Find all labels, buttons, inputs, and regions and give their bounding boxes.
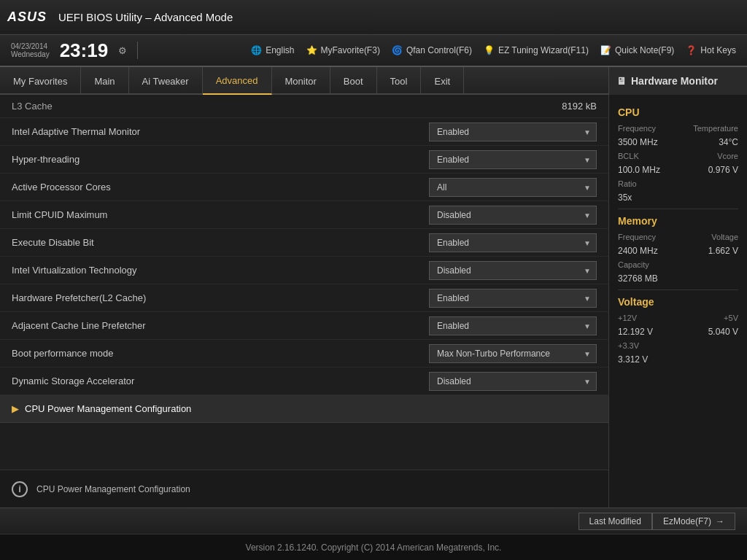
cpu-power-management-submenu[interactable]: ▶ CPU Power Management Configuration (0, 395, 608, 423)
day: Wednesday (11, 50, 50, 58)
memory-capacity-label: Capacity (618, 260, 649, 269)
cpu-bclk-value-row: 100.0 MHz 0.976 V (618, 165, 738, 175)
asus-logo: ASUS (7, 9, 47, 25)
active-cores-select[interactable]: All1234 (429, 178, 597, 197)
info-icon: i (12, 481, 28, 497)
tab-monitor[interactable]: Monitor (272, 67, 330, 95)
ez-tuning-button[interactable]: 💡 EZ Tuning Wizard(F11) (484, 45, 589, 55)
clock-bar: 04/23/2014 Wednesday 23:19 ⚙ 🌐 English ⭐… (0, 35, 747, 67)
hw-prefetcher-select[interactable]: EnabledDisabled (429, 289, 597, 308)
bios-header: ASUS UEFI BIOS Utility – Advanced Mode (0, 0, 747, 35)
qfan-button[interactable]: 🌀 Qfan Control(F6) (392, 45, 472, 55)
bios-title: UEFI BIOS Utility – Advanced Mode (58, 11, 233, 23)
virtualization-select[interactable]: DisabledEnabled (429, 261, 597, 280)
execute-disable-label: Execute Disable Bit (12, 237, 429, 248)
hardware-monitor-title: Hardware Monitor (631, 75, 718, 87)
divider (137, 42, 138, 59)
v33-label-row: +3.3V (618, 341, 738, 350)
tab-exit[interactable]: Exit (421, 67, 464, 95)
bclk-value: 100.0 MHz (618, 165, 660, 175)
v33-value: 3.312 V (618, 354, 648, 365)
cpu-ratio-label-row: Ratio (618, 179, 738, 188)
cpu-ratio-value-row: 35x (618, 192, 738, 203)
row-execute-disable: Execute Disable Bit EnabledDisabled ▼ (0, 229, 608, 257)
date: 04/23/2014 (11, 42, 50, 50)
footer-buttons: Last Modified EzMode(F7) → (578, 513, 735, 530)
cpu-frequency-label: Frequency (618, 124, 656, 133)
active-cores-label: Active Processor Cores (12, 182, 429, 192)
execute-disable-select[interactable]: EnabledDisabled (429, 233, 597, 252)
last-modified-button[interactable]: Last Modified (578, 513, 652, 530)
time-display: 23:19 (60, 39, 109, 62)
vcore-value: 0.976 V (708, 165, 738, 175)
tab-my-favorites[interactable]: My Favorites (0, 67, 81, 95)
tab-main[interactable]: Main (81, 67, 128, 95)
row-dynamic-storage: Dynamic Storage Accelerator DisabledEnab… (0, 368, 608, 395)
myfavorite-label: MyFavorite(F3) (321, 45, 380, 55)
cpuid-label: Limit CPUID Maximum (12, 209, 429, 220)
globe-icon: 🌐 (251, 45, 262, 55)
hardware-monitor-panel: CPU Frequency Temperature 3500 MHz 34°C … (608, 95, 747, 508)
thermal-monitor-select[interactable]: EnabledDisabled (429, 122, 597, 141)
memory-voltage-value: 1.662 V (708, 246, 738, 256)
hyperthreading-label: Hyper-threading (12, 154, 429, 165)
v12-value-row: 12.192 V 5.040 V (618, 327, 738, 337)
settings-gear-icon[interactable]: ⚙ (118, 45, 127, 56)
memory-frequency-label: Frequency (618, 233, 656, 241)
vcore-label: Vcore (717, 152, 738, 160)
hyperthreading-select-wrapper: EnabledDisabled ▼ (429, 150, 597, 169)
language-button[interactable]: 🌐 English (251, 45, 294, 55)
cpuid-select[interactable]: DisabledEnabled (429, 206, 597, 225)
row-virtualization: Intel Virtualization Technology Disabled… (0, 257, 608, 284)
myfavorite-button[interactable]: ⭐ MyFavorite(F3) (306, 45, 380, 55)
adjacent-cache-select[interactable]: EnabledDisabled (429, 316, 597, 335)
ratio-value: 35x (618, 192, 632, 203)
cpu-bclk-label-row: BCLK Vcore (618, 152, 738, 160)
l3-cache-label: L3 Cache (12, 101, 562, 112)
hardware-monitor-header: 🖥 Hardware Monitor (608, 67, 747, 95)
question-icon: ❓ (686, 45, 697, 55)
language-label: English (266, 45, 294, 55)
dynamic-storage-label: Dynamic Storage Accelerator (12, 376, 429, 386)
ez-mode-label: EzMode(F7) (663, 516, 711, 526)
monitor-icon: 🖥 (616, 75, 627, 87)
ez-mode-button[interactable]: EzMode(F7) → (652, 513, 735, 530)
l3-cache-row: L3 Cache 8192 kB (0, 95, 608, 118)
thermal-monitor-select-wrapper: EnabledDisabled ▼ (429, 122, 597, 141)
tab-ai-tweaker[interactable]: Ai Tweaker (129, 67, 203, 95)
memory-freq-value-row: 2400 MHz 1.662 V (618, 246, 738, 256)
tab-boot[interactable]: Boot (330, 67, 377, 95)
memory-capacity-value: 32768 MB (618, 273, 658, 284)
dynamic-storage-select[interactable]: DisabledEnabled (429, 372, 597, 391)
note-icon: 📝 (600, 45, 611, 55)
submenu-arrow-icon: ▶ (12, 403, 19, 414)
ratio-label: Ratio (618, 179, 637, 188)
hyperthreading-select[interactable]: EnabledDisabled (429, 150, 597, 169)
adjacent-cache-label: Adjacent Cache Line Prefetcher (12, 320, 429, 331)
dynamic-storage-select-wrapper: DisabledEnabled ▼ (429, 372, 597, 391)
ez-tuning-label: EZ Tuning Wizard(F11) (498, 45, 589, 55)
tab-advanced[interactable]: Advanced (203, 67, 272, 95)
hot-keys-button[interactable]: ❓ Hot Keys (686, 45, 736, 55)
hw-divider-1 (618, 209, 738, 209)
nav-tabs: My Favorites Main Ai Tweaker Advanced Mo… (0, 67, 464, 95)
bulb-icon: 💡 (484, 45, 495, 55)
row-active-cores: Active Processor Cores All1234 ▼ (0, 174, 608, 201)
v12-value: 12.192 V (618, 327, 653, 337)
boot-performance-label: Boot performance mode (12, 348, 429, 359)
version-bar: Version 2.16.1240. Copyright (C) 2014 Am… (0, 534, 747, 560)
date-time: 04/23/2014 Wednesday (11, 42, 50, 58)
quick-note-button[interactable]: 📝 Quick Note(F9) (600, 45, 674, 55)
v5-label: +5V (724, 314, 738, 322)
bclk-label: BCLK (618, 152, 639, 160)
v12-label: +12V (618, 314, 637, 322)
boot-performance-select[interactable]: Max Non-Turbo PerformanceTurbo Performan… (429, 344, 597, 363)
row-adjacent-cache: Adjacent Cache Line Prefetcher EnabledDi… (0, 312, 608, 340)
row-cpuid: Limit CPUID Maximum DisabledEnabled ▼ (0, 201, 608, 229)
arrow-right-icon: → (716, 516, 724, 526)
settings-area: L3 Cache 8192 kB Intel Adaptive Thermal … (0, 95, 608, 508)
row-thermal-monitor: Intel Adaptive Thermal Monitor EnabledDi… (0, 118, 608, 146)
tab-tool[interactable]: Tool (377, 67, 422, 95)
cpu-section-title: CPU (618, 106, 738, 118)
v12-label-row: +12V +5V (618, 314, 738, 322)
